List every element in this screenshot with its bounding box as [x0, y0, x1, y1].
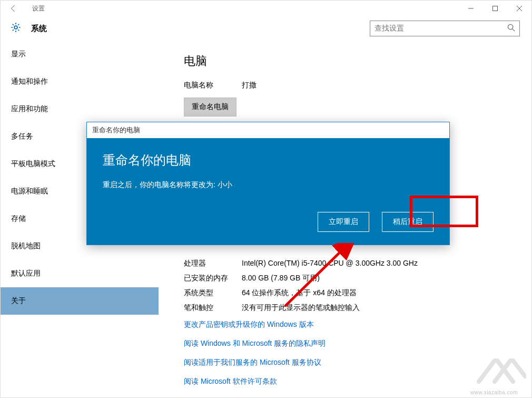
pc-name-value: 打撒: [242, 81, 257, 90]
page-header: 系统 查找设置: [1, 16, 531, 41]
close-button[interactable]: [507, 1, 531, 16]
rename-pc-button[interactable]: 重命名电脑: [184, 98, 237, 117]
restart-later-label: 稍后重启: [393, 217, 422, 226]
sidebar-item-label: 多任务: [11, 132, 33, 141]
back-button[interactable]: [6, 5, 21, 12]
rename-pc-label: 重命名电脑: [192, 102, 229, 111]
pc-name-label: 电脑名称: [184, 81, 242, 90]
link-privacy[interactable]: 阅读 Windows 和 Microsoft 服务的隐私声明: [184, 339, 521, 348]
processor-label: 处理器: [184, 259, 242, 268]
titlebar: 设置: [1, 1, 531, 16]
link-license-terms[interactable]: 阅读 Microsoft 软件许可条款: [184, 377, 521, 386]
rename-dialog: 重命名你的电脑 重命名你的电脑 重启之后，你的电脑名称将更改为: 小小 立即重启…: [86, 122, 450, 245]
sidebar-item-default-apps[interactable]: 默认应用: [1, 260, 159, 287]
dialog-titlebar: 重命名你的电脑: [87, 122, 449, 138]
minimize-button[interactable]: [459, 1, 483, 16]
sidebar-item-display[interactable]: 显示: [1, 41, 159, 68]
sidebar-item-label: 电源和睡眠: [11, 187, 48, 196]
link-services-agreement[interactable]: 阅读适用于我们服务的 Microsoft 服务协议: [184, 358, 521, 367]
sidebar-item-about[interactable]: 关于: [1, 287, 159, 315]
processor-value: Intel(R) Core(TM) i5-7400 CPU @ 3.00GHz …: [242, 259, 418, 268]
sidebar-item-label: 脱机地图: [11, 241, 41, 251]
dialog-message: 重启之后，你的电脑名称将更改为: 小小: [103, 180, 434, 190]
window-title: 设置: [32, 4, 45, 13]
window-controls: [459, 1, 531, 16]
search-icon: [507, 24, 515, 33]
ram-label: 已安装的内存: [184, 274, 242, 283]
sidebar-item-apps[interactable]: 应用和功能: [1, 95, 159, 123]
sidebar-item-label: 通知和操作: [11, 77, 48, 86]
systype-label: 系统类型: [184, 288, 242, 298]
system-heading: 系统: [31, 24, 47, 34]
sidebar-item-label: 应用和功能: [11, 104, 48, 114]
maximize-button[interactable]: [483, 1, 507, 16]
sidebar-item-notifications[interactable]: 通知和操作: [1, 68, 159, 95]
sidebar-item-label: 存储: [11, 214, 26, 224]
ram-value: 8.00 GB (7.89 GB 可用): [242, 274, 320, 283]
restart-later-button[interactable]: 稍后重启: [382, 212, 434, 232]
svg-line-6: [513, 29, 515, 31]
systype-value: 64 位操作系统，基于 x64 的处理器: [242, 288, 357, 298]
pen-label: 笔和触控: [184, 303, 242, 313]
sidebar-item-label: 显示: [11, 50, 26, 59]
page-title: 电脑: [184, 53, 521, 69]
sidebar-item-label: 平板电脑模式: [11, 159, 55, 169]
restart-now-label: 立即重启: [329, 217, 358, 226]
pen-value: 没有可用于此显示器的笔或触控输入: [242, 303, 360, 313]
restart-now-button[interactable]: 立即重启: [318, 212, 369, 232]
svg-point-4: [14, 26, 17, 29]
link-product-key[interactable]: 更改产品密钥或升级你的 Windows 版本: [184, 320, 521, 329]
sidebar-item-label: 默认应用: [11, 269, 41, 278]
gear-icon: [10, 22, 22, 35]
svg-rect-1: [493, 6, 498, 11]
sidebar-item-label: 关于: [11, 296, 26, 306]
dialog-heading: 重命名你的电脑: [103, 152, 434, 169]
search-input[interactable]: 查找设置: [370, 21, 520, 36]
search-placeholder: 查找设置: [375, 24, 404, 33]
svg-point-5: [508, 24, 513, 29]
